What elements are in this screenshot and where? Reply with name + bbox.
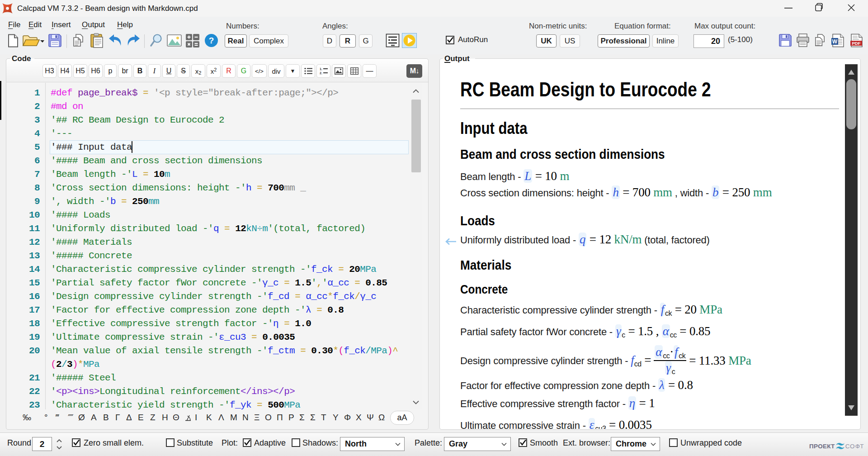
svg-text:2.: 2. [320,71,322,75]
svg-text:?: ? [209,36,214,45]
svg-text:PDF: PDF [852,41,861,46]
svg-text:1.: 1. [320,67,322,71]
svg-text:W: W [832,38,838,45]
